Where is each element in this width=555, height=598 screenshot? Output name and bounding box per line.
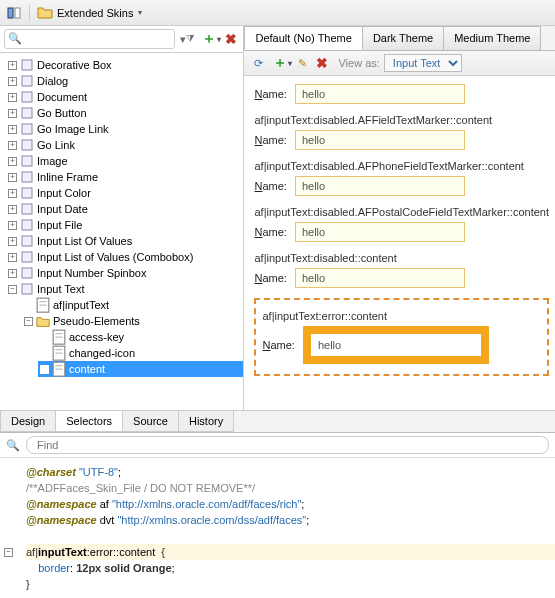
theme-tab[interactable]: Medium Theme	[443, 26, 541, 50]
tree-item[interactable]: +Inline Frame	[6, 169, 243, 185]
tree-item[interactable]: +Go Button	[6, 105, 243, 121]
tree-item[interactable]: changed-icon	[38, 345, 243, 361]
panel-toggle-icon[interactable]	[6, 5, 22, 21]
component-icon	[20, 58, 34, 72]
expand-icon[interactable]: +	[8, 157, 17, 166]
field-label: Name:	[254, 180, 286, 192]
tree-item[interactable]: +Decorative Box	[6, 57, 243, 73]
expand-icon[interactable]: +	[8, 61, 17, 70]
tree-item[interactable]: access-key	[38, 329, 243, 345]
tree-item-label: Image	[37, 155, 68, 167]
expand-icon[interactable]: +	[8, 173, 17, 182]
tree-item[interactable]: +Go Image Link	[6, 121, 243, 137]
find-input[interactable]	[26, 436, 549, 454]
expand-icon[interactable]: +	[8, 77, 17, 86]
preview-input[interactable]	[311, 334, 481, 356]
tree-item[interactable]: +Dialog	[6, 73, 243, 89]
tree-item-label: Decorative Box	[37, 59, 112, 71]
tree-item-label: Go Image Link	[37, 123, 109, 135]
delete-button[interactable]: ✖	[223, 31, 239, 47]
expand-icon[interactable]: +	[8, 221, 17, 230]
delete-rule-button[interactable]: ✖	[314, 55, 330, 71]
editor-tab[interactable]: History	[178, 411, 234, 432]
tree-search-input[interactable]	[4, 29, 175, 49]
tree-item-label: content	[69, 363, 105, 375]
tree-item[interactable]: −Input Text	[6, 281, 243, 297]
expand-icon[interactable]: +	[8, 141, 17, 150]
expand-icon[interactable]: −	[8, 285, 17, 294]
tree-item[interactable]: +Input Color	[6, 185, 243, 201]
selector-label: af|inputText:disabled.AFFieldTextMarker:…	[254, 114, 549, 126]
file-icon	[52, 330, 66, 344]
preview-input[interactable]	[295, 84, 465, 104]
selector-label: af|inputText:error::content	[262, 310, 541, 322]
chevron-down-icon: ▾	[138, 8, 142, 17]
tree-item[interactable]: +Go Link	[6, 137, 243, 153]
expand-icon[interactable]: +	[8, 109, 17, 118]
preview-input[interactable]	[295, 130, 465, 150]
expand-icon[interactable]: +	[8, 189, 17, 198]
expand-icon	[40, 365, 49, 374]
theme-tab[interactable]: Default (No) Theme	[244, 26, 362, 50]
tree-item[interactable]: +Input Number Spinbox	[6, 265, 243, 281]
tree-item-label: Inline Frame	[37, 171, 98, 183]
expand-icon[interactable]: −	[24, 317, 33, 326]
file-icon	[52, 346, 66, 360]
editor-tab[interactable]: Source	[122, 411, 179, 432]
fold-icon[interactable]: −	[4, 548, 13, 557]
tree-search-wrap: 🔍	[4, 29, 175, 49]
tree-item-label: Go Link	[37, 139, 75, 151]
edit-icon[interactable]: ✎	[294, 55, 310, 71]
editor-tab[interactable]: Design	[0, 411, 56, 432]
component-icon	[20, 202, 34, 216]
svg-rect-0	[8, 8, 13, 18]
preview-input[interactable]	[295, 268, 465, 288]
tree-item[interactable]: +Input File	[6, 217, 243, 233]
expand-icon[interactable]: +	[8, 253, 17, 262]
tree-item-label: af|inputText	[53, 299, 109, 311]
add-rule-button[interactable]: ＋▾	[274, 55, 290, 71]
tree-item[interactable]: +Input List of Values (Combobox)	[6, 249, 243, 265]
expand-icon[interactable]: +	[8, 269, 17, 278]
refresh-icon[interactable]: ⟳	[250, 55, 266, 71]
left-pane: 🔍 ▾⧩ ＋▾ ✖ +Decorative Box+Dialog+Documen…	[0, 26, 244, 410]
tree-item-label: Input Text	[37, 283, 85, 295]
tree-item-label: Pseudo-Elements	[53, 315, 140, 327]
preview-section: af|inputText:disabled.AFPhoneFieldTextMa…	[254, 160, 549, 196]
tree-item[interactable]: +Input Date	[6, 201, 243, 217]
tree-item-label: changed-icon	[69, 347, 135, 359]
view-as-select[interactable]: Input Text	[384, 54, 462, 72]
preview-section: af|inputText:disabled.AFFieldTextMarker:…	[254, 114, 549, 150]
tree-item[interactable]: af|inputText	[22, 297, 243, 313]
tree-item[interactable]: +Document	[6, 89, 243, 105]
tree-item[interactable]: −Pseudo-Elements	[22, 313, 243, 329]
editor-tab[interactable]: Selectors	[55, 411, 123, 432]
field-label: Name:	[254, 226, 286, 238]
component-icon	[20, 74, 34, 88]
expand-icon[interactable]: +	[8, 125, 17, 134]
filter-icon[interactable]: ▾⧩	[179, 31, 195, 47]
tree-item[interactable]: +Image	[6, 153, 243, 169]
preview-input[interactable]	[295, 176, 465, 196]
selector-label: af|inputText:disabled.AFPhoneFieldTextMa…	[254, 160, 549, 172]
tree-item[interactable]: +Input List Of Values	[6, 233, 243, 249]
tree-item-label: Input List Of Values	[37, 235, 132, 247]
preview-input[interactable]	[295, 222, 465, 242]
search-icon: 🔍	[8, 32, 22, 45]
tree-item-label: Input Number Spinbox	[37, 267, 146, 279]
theme-tab[interactable]: Dark Theme	[362, 26, 444, 50]
breadcrumb-folder[interactable]: Extended Skins ▾	[37, 5, 142, 21]
tree-item[interactable]: content	[38, 361, 243, 377]
svg-rect-3	[22, 76, 32, 86]
expand-icon[interactable]: +	[8, 205, 17, 214]
selector-tree[interactable]: +Decorative Box+Dialog+Document+Go Butto…	[0, 53, 243, 410]
component-icon	[20, 282, 34, 296]
expand-icon	[24, 301, 33, 310]
expand-icon[interactable]: +	[8, 237, 17, 246]
tree-item-label: Document	[37, 91, 87, 103]
expand-icon[interactable]: +	[8, 93, 17, 102]
component-icon	[20, 170, 34, 184]
folder-icon	[36, 314, 50, 328]
code-editor[interactable]: − @charset "UTF-8"; /**ADFFaces_Skin_Fil…	[0, 458, 555, 598]
add-button[interactable]: ＋▾	[203, 31, 219, 47]
